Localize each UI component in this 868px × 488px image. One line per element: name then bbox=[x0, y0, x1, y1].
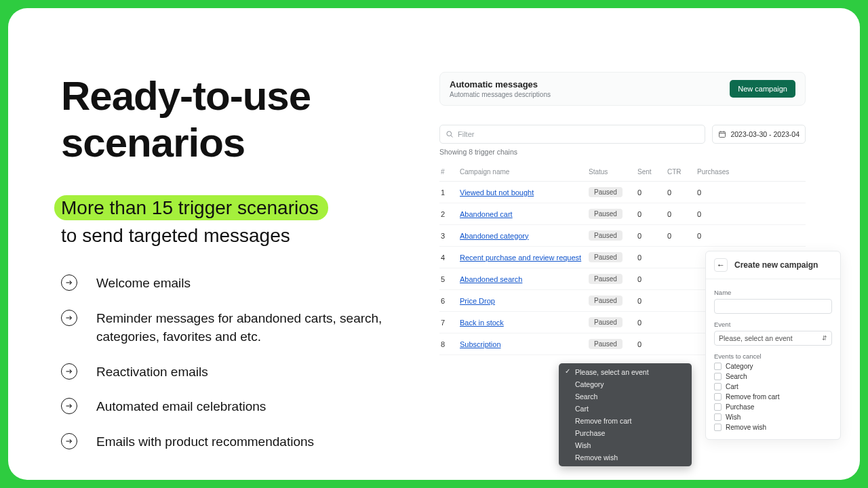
campaign-link[interactable]: Price Drop bbox=[460, 297, 495, 305]
app-subtitle: Automatic messages descriptions bbox=[450, 91, 551, 98]
arrow-left-icon: ← bbox=[717, 260, 725, 270]
row-n: 1 bbox=[441, 188, 460, 197]
dropdown-item[interactable]: Purchase bbox=[559, 427, 692, 439]
feature-item: Welcome emails bbox=[61, 274, 400, 293]
svg-point-5 bbox=[447, 131, 452, 136]
checkbox[interactable] bbox=[714, 393, 722, 401]
checkbox-label: Cart bbox=[726, 383, 738, 390]
row-n: 5 bbox=[441, 275, 460, 283]
cancel-event-row[interactable]: Search bbox=[714, 373, 832, 380]
row-n: 2 bbox=[441, 210, 460, 218]
col-ctr: CTR bbox=[667, 168, 697, 176]
campaign-link[interactable]: Abandoned cart bbox=[460, 210, 513, 218]
dropdown-item[interactable]: Remove wish bbox=[559, 451, 692, 464]
svg-rect-7 bbox=[719, 131, 726, 137]
event-dropdown-list[interactable]: Please, select an eventCategorySearchCar… bbox=[559, 363, 692, 466]
campaign-name-input[interactable] bbox=[714, 299, 832, 314]
row-sent: 0 bbox=[637, 297, 667, 305]
search-icon bbox=[446, 130, 454, 138]
date-range-picker[interactable]: 2023-03-30 - 2023-04 bbox=[712, 125, 806, 144]
row-n: 7 bbox=[441, 319, 460, 327]
svg-line-6 bbox=[451, 136, 453, 138]
dropdown-item[interactable]: Remove from cart bbox=[559, 415, 692, 427]
filter-input[interactable] bbox=[458, 130, 699, 138]
feature-item: Reminder messages for abandoned carts, s… bbox=[61, 309, 400, 346]
cancel-event-row[interactable]: Category bbox=[714, 363, 832, 370]
cancel-event-row[interactable]: Cart bbox=[714, 383, 832, 390]
cancel-event-row[interactable]: Remove from cart bbox=[714, 393, 832, 401]
campaign-link[interactable]: Subscription bbox=[460, 340, 501, 348]
cancel-event-row[interactable]: Wish bbox=[714, 413, 832, 421]
campaign-link[interactable]: Viewed but not bought bbox=[460, 188, 534, 197]
checkbox[interactable] bbox=[714, 363, 722, 370]
status-badge: Paused bbox=[589, 274, 623, 284]
row-sent: 0 bbox=[637, 253, 667, 262]
arrow-right-circle-icon bbox=[61, 398, 77, 414]
row-sent: 0 bbox=[637, 319, 667, 327]
row-sent: 0 bbox=[637, 232, 667, 240]
app-title: Automatic messages bbox=[450, 79, 551, 89]
row-n: 6 bbox=[441, 297, 460, 305]
cancel-event-row[interactable]: Remove wish bbox=[714, 424, 832, 431]
dropdown-item[interactable]: Please, select an event bbox=[559, 366, 692, 378]
feature-text: Welcome emails bbox=[96, 274, 191, 293]
checkbox-label: Remove wish bbox=[726, 424, 766, 431]
status-badge: Paused bbox=[589, 230, 623, 241]
new-campaign-button[interactable]: New campaign bbox=[730, 80, 795, 98]
checkbox[interactable] bbox=[714, 373, 722, 380]
dropdown-item[interactable]: Category bbox=[559, 378, 692, 390]
cancel-event-row[interactable]: Purchase bbox=[714, 403, 832, 411]
feature-text: Reactivation emails bbox=[96, 363, 208, 382]
row-purchases: 0 bbox=[697, 188, 745, 197]
feature-text: Emails with product recommendations bbox=[96, 432, 314, 451]
table-row: 3Abandoned categoryPaused000 bbox=[439, 225, 806, 247]
feature-text: Automated email celebrations bbox=[96, 397, 266, 416]
dropdown-item[interactable]: Wish bbox=[559, 439, 692, 451]
status-badge: Paused bbox=[589, 339, 623, 349]
checkbox-label: Purchase bbox=[726, 403, 754, 411]
row-sent: 0 bbox=[637, 340, 667, 348]
status-badge: Paused bbox=[589, 209, 623, 219]
row-n: 3 bbox=[441, 232, 460, 240]
checkbox[interactable] bbox=[714, 403, 722, 411]
col-n: # bbox=[441, 168, 460, 176]
dropdown-item[interactable]: Cart bbox=[559, 403, 692, 415]
checkbox[interactable] bbox=[714, 383, 722, 390]
row-sent: 0 bbox=[637, 188, 667, 197]
arrow-right-circle-icon bbox=[61, 310, 77, 326]
row-purchases: 0 bbox=[697, 232, 745, 240]
col-name: Campaign name bbox=[460, 168, 589, 176]
feature-item: Emails with product recommendations bbox=[61, 432, 400, 451]
dropdown-item[interactable]: Search bbox=[559, 390, 692, 403]
status-badge: Paused bbox=[589, 187, 623, 197]
status-badge: Paused bbox=[589, 296, 623, 306]
create-campaign-panel: ← Create new campaign Name Event Please,… bbox=[705, 251, 841, 440]
status-badge: Paused bbox=[589, 317, 623, 327]
event-select-value: Please, select an event bbox=[719, 334, 793, 342]
campaign-link[interactable]: Recent purchase and review request bbox=[460, 253, 581, 262]
filter-box[interactable] bbox=[439, 125, 705, 144]
row-ctr: 0 bbox=[667, 232, 697, 240]
page-title: Ready-to-use scenarios bbox=[61, 73, 400, 166]
feature-item: Reactivation emails bbox=[61, 363, 400, 382]
calendar-icon bbox=[718, 130, 726, 138]
feature-item: Automated email celebrations bbox=[61, 397, 400, 416]
event-select[interactable]: Please, select an event ⇵ bbox=[714, 331, 832, 346]
checkbox[interactable] bbox=[714, 424, 722, 431]
table-row: 2Abandoned cartPaused000 bbox=[439, 203, 806, 225]
campaign-link[interactable]: Back in stock bbox=[460, 319, 504, 327]
col-status: Status bbox=[589, 168, 637, 176]
feature-text: Reminder messages for abandoned carts, s… bbox=[96, 309, 400, 346]
row-ctr: 0 bbox=[667, 210, 697, 218]
arrow-right-circle-icon bbox=[61, 363, 77, 380]
checkbox-label: Remove from cart bbox=[726, 393, 779, 401]
col-sent: Sent bbox=[637, 168, 667, 176]
back-button[interactable]: ← bbox=[714, 258, 728, 272]
arrow-right-circle-icon bbox=[61, 274, 77, 291]
campaign-link[interactable]: Abandoned search bbox=[460, 275, 522, 283]
events-cancel-label: Events to cancel bbox=[714, 352, 832, 360]
campaign-link[interactable]: Abandoned category bbox=[460, 232, 529, 240]
event-label: Event bbox=[714, 321, 832, 328]
checkbox[interactable] bbox=[714, 413, 722, 421]
create-panel-title: Create new campaign bbox=[734, 260, 818, 270]
